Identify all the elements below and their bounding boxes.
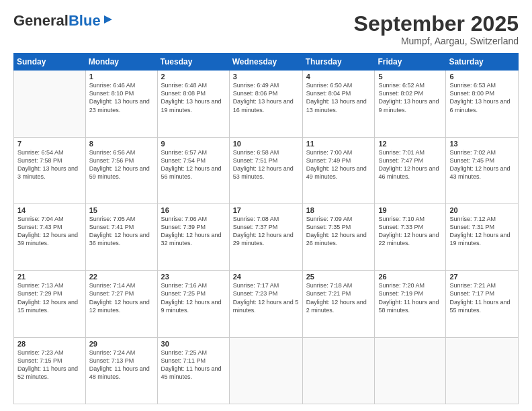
daylight-text: Daylight: 11 hours and 45 minutes. xyxy=(161,365,222,380)
table-row: 17Sunrise: 7:08 AMSunset: 7:37 PMDayligh… xyxy=(229,203,302,270)
day-number: 7 xyxy=(17,140,82,148)
table-row xyxy=(302,337,375,404)
sunset-text: Sunset: 7:51 PM xyxy=(233,157,278,164)
header: General Blue September 2025 Mumpf, Aarga… xyxy=(13,12,519,46)
svg-marker-0 xyxy=(104,15,112,24)
sunrise-text: Sunrise: 7:17 AM xyxy=(233,282,279,289)
sunrise-text: Sunrise: 7:01 AM xyxy=(378,149,425,156)
sunrise-text: Sunrise: 6:53 AM xyxy=(449,82,496,89)
sunrise-text: Sunrise: 6:56 AM xyxy=(89,149,136,156)
cell-info: Sunrise: 7:25 AMSunset: 7:11 PMDaylight:… xyxy=(161,349,226,381)
day-number: 11 xyxy=(306,140,371,148)
cell-info: Sunrise: 7:14 AMSunset: 7:27 PMDaylight:… xyxy=(89,281,154,314)
table-row: 23Sunrise: 7:16 AMSunset: 7:25 PMDayligh… xyxy=(157,271,229,337)
table-row xyxy=(375,337,446,404)
day-number: 20 xyxy=(449,206,515,214)
day-number: 23 xyxy=(161,273,226,281)
table-row: 20Sunrise: 7:12 AMSunset: 7:31 PMDayligh… xyxy=(446,203,519,270)
table-row: 5Sunrise: 6:52 AMSunset: 8:02 PMDaylight… xyxy=(375,71,446,137)
day-number: 8 xyxy=(89,140,154,148)
sunset-text: Sunset: 7:43 PM xyxy=(17,224,62,230)
day-number: 1 xyxy=(89,73,154,81)
sunrise-text: Sunrise: 7:09 AM xyxy=(306,216,353,222)
sunset-text: Sunset: 8:06 PM xyxy=(233,90,278,97)
day-number: 5 xyxy=(378,73,442,81)
cell-info: Sunrise: 6:54 AMSunset: 7:58 PMDaylight:… xyxy=(17,148,82,181)
day-number: 4 xyxy=(306,73,371,81)
daylight-text: Daylight: 12 hours and 36 minutes. xyxy=(89,232,150,246)
cell-info: Sunrise: 7:01 AMSunset: 7:47 PMDaylight:… xyxy=(378,148,442,181)
cell-info: Sunrise: 6:58 AMSunset: 7:51 PMDaylight:… xyxy=(233,148,299,181)
sunrise-text: Sunrise: 6:52 AM xyxy=(378,82,425,89)
sunrise-text: Sunrise: 6:54 AM xyxy=(17,149,64,156)
cell-info: Sunrise: 6:53 AMSunset: 8:00 PMDaylight:… xyxy=(449,81,515,114)
calendar-week-row: 1Sunrise: 6:46 AMSunset: 8:10 PMDaylight… xyxy=(14,71,519,137)
sunset-text: Sunset: 7:45 PM xyxy=(449,157,494,164)
table-row: 25Sunrise: 7:18 AMSunset: 7:21 PMDayligh… xyxy=(302,271,375,337)
day-number: 17 xyxy=(233,206,299,214)
daylight-text: Daylight: 11 hours and 48 minutes. xyxy=(89,365,150,380)
table-row: 12Sunrise: 7:01 AMSunset: 7:47 PMDayligh… xyxy=(375,137,446,203)
table-row: 10Sunrise: 6:58 AMSunset: 7:51 PMDayligh… xyxy=(229,137,302,203)
sunrise-text: Sunrise: 6:57 AM xyxy=(161,149,208,156)
day-number: 30 xyxy=(161,340,226,348)
sunrise-text: Sunrise: 7:25 AM xyxy=(161,349,208,356)
sunset-text: Sunset: 7:25 PM xyxy=(161,290,206,297)
daylight-text: Daylight: 13 hours and 16 minutes. xyxy=(233,98,294,113)
table-row: 18Sunrise: 7:09 AMSunset: 7:35 PMDayligh… xyxy=(302,203,375,270)
sunset-text: Sunset: 7:39 PM xyxy=(161,224,206,230)
table-row xyxy=(229,337,302,404)
sunset-text: Sunset: 7:15 PM xyxy=(17,357,62,364)
calendar-header-row: Sunday Monday Tuesday Wednesday Thursday… xyxy=(14,54,519,71)
cell-info: Sunrise: 7:16 AMSunset: 7:25 PMDaylight:… xyxy=(161,281,226,314)
sunset-text: Sunset: 7:33 PM xyxy=(378,224,423,230)
logo-general-text: General xyxy=(13,12,69,30)
sunset-text: Sunset: 7:47 PM xyxy=(378,157,423,164)
table-row: 30Sunrise: 7:25 AMSunset: 7:11 PMDayligh… xyxy=(157,337,229,404)
table-row xyxy=(14,71,86,137)
day-number: 25 xyxy=(306,273,371,281)
table-row: 3Sunrise: 6:49 AMSunset: 8:06 PMDaylight… xyxy=(229,71,302,137)
sunset-text: Sunset: 7:54 PM xyxy=(161,157,206,164)
sunrise-text: Sunrise: 7:13 AM xyxy=(17,282,64,289)
cell-info: Sunrise: 6:57 AMSunset: 7:54 PMDaylight:… xyxy=(161,148,226,181)
daylight-text: Daylight: 12 hours and 43 minutes. xyxy=(449,165,510,180)
sunset-text: Sunset: 7:31 PM xyxy=(449,224,494,230)
logo-blue-text: Blue xyxy=(69,12,101,30)
daylight-text: Daylight: 11 hours and 55 minutes. xyxy=(449,299,510,314)
table-row: 21Sunrise: 7:13 AMSunset: 7:29 PMDayligh… xyxy=(14,271,86,337)
sunrise-text: Sunrise: 7:12 AM xyxy=(449,216,496,222)
cell-info: Sunrise: 6:49 AMSunset: 8:06 PMDaylight:… xyxy=(233,81,299,114)
title-block: September 2025 Mumpf, Aargau, Switzerlan… xyxy=(354,12,519,46)
cell-info: Sunrise: 7:00 AMSunset: 7:49 PMDaylight:… xyxy=(306,148,371,181)
cell-info: Sunrise: 7:24 AMSunset: 7:13 PMDaylight:… xyxy=(89,349,154,381)
table-row: 16Sunrise: 7:06 AMSunset: 7:39 PMDayligh… xyxy=(157,203,229,270)
sunset-text: Sunset: 7:11 PM xyxy=(161,357,206,364)
day-number: 29 xyxy=(89,340,154,348)
day-number: 16 xyxy=(161,206,226,214)
cell-info: Sunrise: 6:56 AMSunset: 7:56 PMDaylight:… xyxy=(89,148,154,181)
sunrise-text: Sunrise: 7:06 AM xyxy=(161,216,208,222)
sunrise-text: Sunrise: 7:02 AM xyxy=(449,149,496,156)
table-row: 19Sunrise: 7:10 AMSunset: 7:33 PMDayligh… xyxy=(375,203,446,270)
month-title: September 2025 xyxy=(354,12,519,36)
sunset-text: Sunset: 7:27 PM xyxy=(89,290,134,297)
day-number: 15 xyxy=(89,206,154,214)
cell-info: Sunrise: 7:12 AMSunset: 7:31 PMDaylight:… xyxy=(449,215,515,248)
sunset-text: Sunset: 8:08 PM xyxy=(161,90,206,97)
daylight-text: Daylight: 12 hours and 59 minutes. xyxy=(89,165,150,180)
cell-info: Sunrise: 7:10 AMSunset: 7:33 PMDaylight:… xyxy=(378,215,442,248)
col-friday: Friday xyxy=(375,54,446,71)
cell-info: Sunrise: 7:08 AMSunset: 7:37 PMDaylight:… xyxy=(233,215,299,248)
table-row: 7Sunrise: 6:54 AMSunset: 7:58 PMDaylight… xyxy=(14,137,86,203)
table-row: 26Sunrise: 7:20 AMSunset: 7:19 PMDayligh… xyxy=(375,271,446,337)
table-row: 9Sunrise: 6:57 AMSunset: 7:54 PMDaylight… xyxy=(157,137,229,203)
cell-info: Sunrise: 7:04 AMSunset: 7:43 PMDaylight:… xyxy=(17,215,82,248)
day-number: 3 xyxy=(233,73,299,81)
table-row: 29Sunrise: 7:24 AMSunset: 7:13 PMDayligh… xyxy=(85,337,157,404)
table-row: 4Sunrise: 6:50 AMSunset: 8:04 PMDaylight… xyxy=(302,71,375,137)
sunrise-text: Sunrise: 7:10 AM xyxy=(378,216,425,222)
daylight-text: Daylight: 12 hours and 5 minutes. xyxy=(233,299,299,314)
calendar-table: Sunday Monday Tuesday Wednesday Thursday… xyxy=(13,53,519,404)
sunrise-text: Sunrise: 7:24 AM xyxy=(89,349,136,356)
